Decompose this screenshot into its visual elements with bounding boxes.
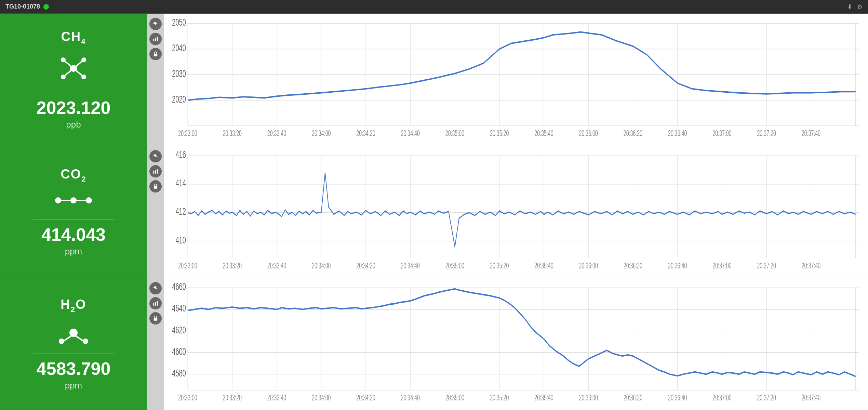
svg-text:20:35:00: 20:35:00 — [445, 129, 464, 137]
svg-rect-12 — [157, 37, 158, 41]
ch4-lock-btn[interactable] — [149, 48, 162, 60]
svg-text:20:37:20: 20:37:20 — [757, 129, 776, 137]
svg-text:4620: 4620 — [172, 324, 186, 335]
h2o-sidebar — [147, 278, 164, 410]
svg-text:20:36:20: 20:36:20 — [624, 129, 642, 137]
svg-text:20:33:40: 20:33:40 — [267, 394, 286, 402]
svg-text:20:37:20: 20:37:20 — [757, 261, 776, 270]
svg-text:412: 412 — [175, 206, 186, 217]
svg-point-105 — [69, 329, 78, 337]
h2o-chart-btn[interactable] — [149, 297, 162, 309]
co2-chart-btn[interactable] — [149, 165, 162, 177]
svg-text:20:35:40: 20:35:40 — [534, 129, 553, 137]
svg-rect-112 — [154, 318, 158, 321]
svg-text:20:35:20: 20:35:20 — [490, 129, 509, 137]
co2-chart-area: 416 414 412 410 20:33:00 20:33:20 20:33:… — [164, 146, 868, 278]
svg-text:4580: 4580 — [172, 368, 186, 379]
svg-text:20:36:40: 20:36:40 — [668, 129, 687, 137]
svg-point-6 — [81, 57, 86, 62]
h2o-panel: H2O 4583.790 ppm — [0, 278, 147, 410]
device-title: TG10-01078 — [5, 3, 40, 10]
svg-rect-109 — [153, 303, 154, 306]
sensor-row-co2: CO2 414.043 ppm — [0, 146, 868, 278]
svg-text:4640: 4640 — [172, 303, 186, 314]
svg-text:20:37:40: 20:37:40 — [802, 129, 820, 137]
svg-text:20:33:20: 20:33:20 — [223, 394, 242, 402]
ch4-formula: CH4 — [61, 29, 86, 46]
ch4-signal-btn[interactable] — [149, 18, 162, 30]
ch4-chart-svg: 2050 2040 2030 2020 20:33:00 20:33:20 20… — [167, 18, 863, 143]
co2-separator — [32, 220, 115, 220]
svg-text:20:35:00: 20:35:00 — [445, 261, 464, 270]
svg-text:20:34:00: 20:34:00 — [312, 394, 331, 402]
svg-text:20:35:00: 20:35:00 — [445, 394, 464, 402]
co2-lock-btn[interactable] — [149, 180, 162, 193]
h2o-signal-btn[interactable] — [149, 282, 162, 294]
ch4-separator — [32, 93, 115, 93]
svg-text:20:34:40: 20:34:40 — [401, 261, 420, 270]
svg-point-4 — [70, 65, 77, 72]
main-content: CH4 2023.120 ppb — [0, 14, 868, 410]
h2o-chart-area: 4660 4640 4620 4600 4580 20:33:00 20:33:… — [164, 278, 868, 410]
settings-icon[interactable]: ⚙ — [857, 3, 863, 11]
svg-rect-60 — [153, 171, 154, 174]
svg-text:20:35:40: 20:35:40 — [534, 394, 553, 402]
svg-text:4600: 4600 — [172, 346, 186, 357]
co2-panel: CO2 414.043 ppm — [0, 146, 147, 278]
svg-text:414: 414 — [175, 177, 186, 189]
svg-rect-62 — [157, 169, 158, 174]
svg-rect-10 — [153, 39, 154, 41]
ch4-chart-btn[interactable] — [149, 33, 162, 45]
svg-point-57 — [70, 197, 77, 203]
svg-text:20:34:20: 20:34:20 — [356, 394, 375, 402]
ch4-value: 2023.120 — [37, 97, 111, 118]
svg-text:20:33:40: 20:33:40 — [267, 129, 286, 137]
svg-point-107 — [83, 339, 88, 344]
ch4-chart-area: 2050 2040 2030 2020 20:33:00 20:33:20 20… — [164, 14, 868, 146]
h2o-molecule-icon — [56, 321, 91, 346]
ch4-molecule-icon — [56, 53, 91, 85]
co2-signal-btn[interactable] — [149, 150, 162, 162]
svg-text:20:35:40: 20:35:40 — [534, 261, 553, 270]
svg-text:2020: 2020 — [172, 93, 186, 105]
h2o-lock-btn[interactable] — [149, 312, 162, 325]
svg-point-5 — [61, 57, 66, 62]
svg-text:20:37:00: 20:37:00 — [712, 129, 731, 137]
svg-text:20:33:00: 20:33:00 — [178, 394, 197, 402]
co2-value: 414.043 — [41, 224, 106, 245]
svg-text:20:34:00: 20:34:00 — [312, 261, 331, 270]
svg-point-7 — [61, 75, 66, 79]
svg-text:20:34:20: 20:34:20 — [356, 261, 375, 270]
h2o-chart-svg: 4660 4640 4620 4600 4580 20:33:00 20:33:… — [167, 282, 863, 407]
svg-text:20:34:40: 20:34:40 — [401, 129, 420, 137]
svg-text:20:36:40: 20:36:40 — [668, 394, 687, 402]
download-icon[interactable]: ⬇ — [847, 3, 852, 11]
sensor-row-ch4: CH4 2023.120 ppb — [0, 14, 868, 146]
svg-text:20:33:20: 20:33:20 — [223, 129, 242, 137]
svg-text:20:33:00: 20:33:00 — [178, 129, 197, 137]
svg-rect-13 — [154, 54, 158, 56]
svg-text:2030: 2030 — [172, 68, 186, 79]
svg-text:20:33:00: 20:33:00 — [178, 261, 197, 270]
svg-rect-63 — [154, 186, 158, 189]
header: TG10-01078 ⬇ ⚙ — [0, 0, 868, 14]
svg-text:20:35:20: 20:35:20 — [490, 261, 509, 270]
svg-point-56 — [55, 197, 61, 203]
svg-text:20:36:40: 20:36:40 — [668, 261, 687, 270]
svg-point-58 — [86, 197, 92, 203]
ch4-panel: CH4 2023.120 ppb — [0, 14, 147, 146]
sensor-row-h2o: H2O 4583.790 ppm — [0, 278, 868, 410]
svg-text:20:33:40: 20:33:40 — [267, 261, 286, 270]
svg-point-8 — [81, 75, 86, 79]
svg-text:410: 410 — [175, 234, 186, 246]
co2-chart-svg: 416 414 412 410 20:33:00 20:33:20 20:33:… — [167, 150, 863, 275]
svg-text:2050: 2050 — [172, 18, 186, 28]
header-right: ⬇ ⚙ — [847, 3, 863, 11]
svg-text:20:37:40: 20:37:40 — [802, 261, 820, 270]
co2-formula: CO2 — [61, 167, 86, 184]
svg-text:20:36:20: 20:36:20 — [624, 261, 642, 270]
svg-text:20:37:20: 20:37:20 — [757, 394, 776, 402]
svg-text:2040: 2040 — [172, 42, 186, 54]
svg-text:416: 416 — [175, 150, 186, 160]
status-indicator — [43, 4, 49, 10]
